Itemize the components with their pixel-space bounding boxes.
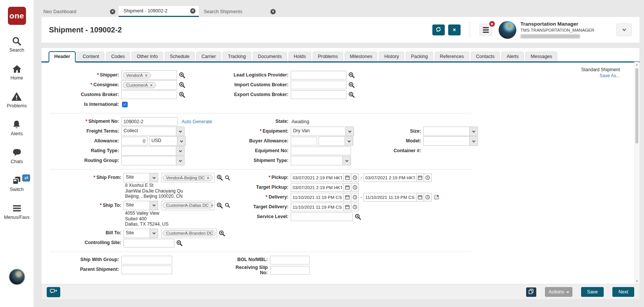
tab-documents[interactable]: Documents bbox=[253, 52, 287, 61]
auto-generate-link[interactable]: Auto Generate bbox=[182, 119, 212, 124]
parent-shipment-input[interactable] bbox=[121, 266, 172, 274]
tab-schedule[interactable]: Schedule bbox=[165, 52, 195, 61]
copy-document-button[interactable] bbox=[526, 287, 536, 297]
zoom-plus-icon[interactable] bbox=[348, 72, 355, 78]
receiving-slip-no-input[interactable] bbox=[270, 266, 310, 275]
zoom-plus-icon[interactable] bbox=[348, 92, 355, 98]
next-button[interactable]: Next bbox=[612, 287, 634, 297]
target-pickup-input[interactable] bbox=[291, 183, 344, 192]
search-icon[interactable] bbox=[225, 203, 230, 208]
workspace-tab-shipment[interactable]: Shipment - 109002-2 bbox=[119, 6, 199, 17]
tab-problems[interactable]: Problems bbox=[313, 52, 343, 61]
tab-packing[interactable]: Packing bbox=[406, 52, 433, 61]
calendar-icon[interactable] bbox=[344, 193, 351, 202]
freight-terms-select[interactable]: Collect bbox=[121, 127, 185, 136]
delivery-to-input[interactable] bbox=[363, 193, 417, 202]
chevron-down-icon[interactable] bbox=[342, 156, 351, 165]
chat-share-button[interactable] bbox=[47, 287, 60, 297]
clock-icon[interactable] bbox=[351, 183, 359, 192]
save-button[interactable]: Save bbox=[581, 287, 604, 297]
zoom-plus-icon[interactable] bbox=[179, 72, 185, 78]
calendar-icon[interactable] bbox=[344, 183, 351, 192]
remove-chip-icon[interactable] bbox=[145, 73, 147, 78]
target-delivery-input[interactable] bbox=[291, 203, 344, 211]
lead-logistics-provider-input[interactable] bbox=[291, 71, 346, 79]
chevron-down-icon[interactable] bbox=[150, 173, 158, 182]
close-tab-icon[interactable] bbox=[190, 8, 195, 14]
sidebar-item-alerts[interactable]: Alerts bbox=[11, 119, 23, 136]
chevron-down-icon[interactable] bbox=[345, 127, 354, 136]
bill-to-type-select[interactable]: Site bbox=[124, 229, 158, 238]
delivery-from-input[interactable] bbox=[291, 193, 344, 202]
save-as-link[interactable]: Save As... bbox=[581, 73, 620, 79]
remove-chip-icon[interactable] bbox=[207, 176, 209, 180]
model-select[interactable] bbox=[423, 136, 478, 146]
customs-broker-input[interactable] bbox=[121, 90, 177, 99]
zoom-plus-icon[interactable] bbox=[219, 230, 225, 237]
switch-badge-icon[interactable]: ⇄ bbox=[22, 174, 30, 182]
chevron-down-icon[interactable] bbox=[176, 156, 184, 165]
chevron-down-icon[interactable] bbox=[150, 229, 158, 238]
clock-icon[interactable] bbox=[351, 203, 359, 211]
calendar-icon[interactable] bbox=[344, 203, 351, 211]
bol-no-input[interactable] bbox=[270, 256, 310, 264]
chevron-down-icon[interactable] bbox=[177, 137, 185, 145]
remove-chip-icon[interactable] bbox=[211, 203, 213, 208]
tab-holds[interactable]: Holds bbox=[288, 52, 311, 61]
chevron-down-icon[interactable] bbox=[469, 127, 478, 136]
bill-to-field[interactable]: CustomerA-Brandon DC bbox=[161, 229, 217, 238]
clock-icon[interactable] bbox=[424, 193, 432, 202]
chevron-down-icon[interactable] bbox=[345, 137, 353, 145]
export-customs-broker-input[interactable] bbox=[291, 90, 346, 99]
scroll-up-arrow-icon[interactable]: ▲ bbox=[635, 63, 639, 66]
zoom-plus-icon[interactable] bbox=[355, 214, 361, 220]
clock-icon[interactable] bbox=[351, 193, 359, 202]
workspace-tab-search-shipments[interactable]: Search Shipments bbox=[199, 6, 279, 17]
pickup-to-input[interactable] bbox=[363, 173, 417, 182]
chevron-down-icon[interactable] bbox=[176, 127, 184, 136]
tab-history[interactable]: History bbox=[379, 52, 404, 61]
zoom-plus-icon[interactable] bbox=[217, 202, 223, 209]
tab-header[interactable]: Header bbox=[49, 51, 76, 63]
service-level-input[interactable] bbox=[291, 212, 353, 221]
chevron-down-icon[interactable] bbox=[469, 137, 478, 145]
sidebar-item-problems[interactable]: Problems bbox=[7, 92, 27, 108]
tab-tracking[interactable]: Tracking bbox=[223, 52, 251, 61]
tab-milestones[interactable]: Milestones bbox=[345, 52, 378, 61]
close-tab-icon[interactable] bbox=[270, 9, 276, 14]
calendar-icon[interactable] bbox=[417, 173, 424, 182]
shipment-no-input[interactable] bbox=[121, 117, 178, 126]
calendar-icon[interactable] bbox=[417, 193, 424, 202]
sidebar-item-switch[interactable]: ⇄ Switch bbox=[10, 175, 24, 192]
one-logo[interactable]: one bbox=[8, 7, 26, 25]
pickup-from-input[interactable] bbox=[291, 173, 344, 182]
is-international-checkbox[interactable] bbox=[122, 102, 128, 107]
sidebar-user-avatar[interactable] bbox=[9, 269, 25, 285]
tab-carrier[interactable]: Carrier bbox=[196, 52, 221, 61]
zoom-plus-icon[interactable] bbox=[348, 82, 355, 88]
ship-to-type-select[interactable]: Site bbox=[124, 201, 158, 210]
import-customs-broker-input[interactable] bbox=[291, 81, 346, 89]
allowance-currency-select[interactable]: USD bbox=[149, 136, 186, 146]
zoom-plus-icon[interactable] bbox=[179, 82, 185, 88]
user-menu-dropdown-button[interactable] bbox=[616, 23, 632, 36]
equipment-select[interactable]: Dry Van bbox=[291, 127, 354, 136]
zoom-plus-icon[interactable] bbox=[179, 92, 185, 98]
ship-with-group-input[interactable] bbox=[121, 256, 172, 264]
user-avatar[interactable] bbox=[499, 21, 516, 39]
tab-alerts[interactable]: Alerts bbox=[501, 52, 524, 61]
buyer-allowance-input[interactable] bbox=[291, 137, 317, 145]
close-page-button[interactable]: × bbox=[448, 24, 461, 35]
buyer-allowance-currency-select[interactable] bbox=[319, 136, 353, 146]
actions-button[interactable]: Actions bbox=[545, 287, 572, 297]
tab-contacts[interactable]: Contacts bbox=[471, 52, 500, 61]
equipment-no-input[interactable] bbox=[291, 147, 351, 155]
tab-content[interactable]: Content bbox=[77, 52, 104, 61]
controlling-site-input[interactable] bbox=[124, 239, 174, 247]
scroll-down-arrow-icon[interactable]: ▼ bbox=[635, 280, 639, 283]
remove-chip-icon[interactable] bbox=[150, 83, 153, 87]
zoom-plus-icon[interactable] bbox=[176, 240, 183, 246]
chevron-down-icon[interactable] bbox=[150, 201, 158, 210]
consignee-field[interactable]: CustomerA bbox=[121, 80, 177, 90]
ship-from-field[interactable]: VendorA-Beijing DC bbox=[161, 173, 215, 182]
